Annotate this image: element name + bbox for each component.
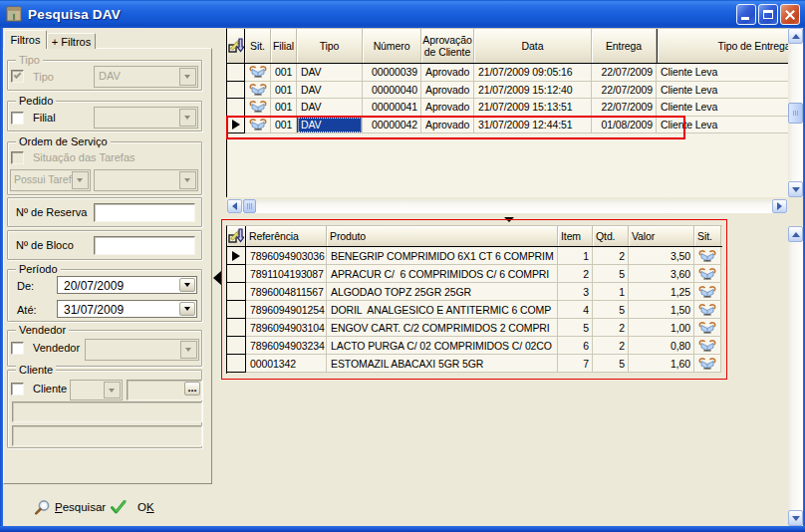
items-grid-cell-indicator-4[interactable]: [227, 319, 246, 337]
items-grid-cell-indicator-1[interactable]: [227, 265, 246, 283]
situacao-tarefas-checkbox[interactable]: [11, 151, 24, 164]
tipo-combo[interactable]: DAV: [94, 66, 198, 88]
bloco-input[interactable]: [94, 236, 195, 255]
items-grid-cell-produto-4[interactable]: ENGOV CART. C/2 COMPRIMIDOS 2 COMPRI: [327, 319, 558, 337]
items-grid-cell-sit-2[interactable]: [694, 283, 721, 301]
items-grid-cell-sit-1[interactable]: [694, 265, 721, 283]
orders-grid-cell-tipo-0[interactable]: DAV: [297, 64, 363, 82]
items-grid-cell-valor-2[interactable]: 1,25: [629, 283, 694, 301]
items-grid-cell-item-2[interactable]: 3: [558, 283, 593, 301]
tab-mais-filtros[interactable]: + Filtros: [47, 33, 96, 49]
orders-grid-header-numero[interactable]: Número: [363, 29, 421, 63]
orders-grid-cell-numero-1[interactable]: 00000040: [363, 82, 421, 100]
orders-grid-header-tipo_entrega[interactable]: Tipo de Entrega: [657, 29, 788, 63]
periodo-ate-dropdown-button[interactable]: [179, 302, 195, 316]
orders-vscroll-up-button[interactable]: [788, 28, 803, 44]
orders-vscroll-thumb[interactable]: [788, 103, 803, 124]
items-grid-cell-item-1[interactable]: 2: [558, 265, 593, 283]
orders-hscroll-left-button[interactable]: [227, 199, 242, 213]
items-grid-cell-sit-6[interactable]: [694, 355, 721, 373]
items-grid-cell-item-5[interactable]: 6: [558, 337, 593, 355]
vendedor-combo[interactable]: [85, 339, 199, 361]
items-grid-cell-valor-1[interactable]: 3,60: [629, 265, 694, 283]
situacao-combo-dropdown-button[interactable]: [179, 171, 196, 189]
items-grid-cell-item-0[interactable]: 1: [558, 247, 593, 265]
orders-grid-header-tipo[interactable]: Tipo: [297, 29, 363, 63]
close-button[interactable]: [780, 4, 800, 25]
items-grid-cell-produto-6[interactable]: ESTOMAZIL ABACAXI 5GR 5GR: [327, 355, 558, 373]
items-grid-cell-sit-4[interactable]: [694, 319, 721, 337]
cliente-nome-field[interactable]: [12, 401, 202, 422]
orders-grid-cell-sit-2[interactable]: [245, 99, 271, 117]
tipo-checkbox[interactable]: [11, 70, 24, 83]
items-grid-header-qtd[interactable]: Qtd.: [593, 226, 629, 246]
items-grid-cell-item-4[interactable]: 5: [558, 319, 593, 337]
orders-grid-header-entrega[interactable]: Entrega: [592, 29, 657, 63]
orders-hscroll-right-button[interactable]: [772, 199, 787, 213]
orders-grid-cell-entrega-0[interactable]: 22/07/2009: [592, 64, 657, 82]
orders-grid-cell-tipo_entrega-0[interactable]: Cliente Leva: [657, 64, 788, 82]
panel-splitter-collapse-icon[interactable]: [213, 271, 221, 285]
situacao-combo[interactable]: [94, 169, 198, 191]
items-grid-cell-qtd-3[interactable]: 5: [593, 301, 629, 319]
items-grid-cell-referencia-0[interactable]: 7896094903036: [246, 247, 327, 265]
items-grid-cell-produto-3[interactable]: DORIL ANALGESICO E ANTITERMIC 6 COMP: [327, 301, 558, 319]
items-grid-cell-referencia-5[interactable]: 7896094903234: [246, 337, 327, 355]
grid-splitter-collapse-icon[interactable]: [504, 217, 514, 222]
items-grid-cell-item-6[interactable]: 7: [558, 355, 593, 373]
items-grid-cell-produto-0[interactable]: BENEGRIP COMPRIMIDO 6X1 CT 6 COMPRIM: [327, 247, 558, 265]
reserva-input[interactable]: [94, 203, 195, 222]
items-grid-cell-valor-5[interactable]: 0,80: [629, 337, 694, 355]
orders-grid-cell-entrega-1[interactable]: 22/07/2009: [592, 82, 657, 100]
items-grid-row-4[interactable]: 7896094903104ENGOV CART. C/2 COMPRIMIDOS…: [227, 319, 722, 337]
filial-checkbox[interactable]: [11, 112, 24, 125]
items-grid-cell-indicator-0[interactable]: [227, 247, 246, 265]
orders-grid-header-aprovacao[interactable]: Aprovação de Cliente: [421, 29, 474, 63]
minimize-button[interactable]: [736, 4, 756, 25]
items-grid-cell-sit-0[interactable]: [694, 247, 721, 265]
items-grid-cell-qtd-6[interactable]: 5: [593, 355, 629, 373]
orders-grid-cell-numero-2[interactable]: 00000041: [363, 99, 421, 117]
possui-tarefas-combo[interactable]: Possui Taref: [10, 169, 91, 191]
items-grid-cell-indicator-2[interactable]: [227, 283, 246, 301]
orders-grid-cell-entrega-2[interactable]: 22/07/2009: [592, 99, 657, 117]
maximize-button[interactable]: [758, 4, 778, 25]
orders-grid-cell-numero-0[interactable]: 00000039: [363, 64, 421, 82]
items-grid-cell-item-3[interactable]: 4: [558, 301, 593, 319]
orders-grid-cell-data-1[interactable]: 21/07/2009 15:12:40: [474, 82, 592, 100]
orders-grid-row-1[interactable]: 001DAV00000040Aprovado21/07/2009 15:12:4…: [227, 82, 788, 100]
orders-grid-cell-indicator-1[interactable]: [227, 82, 245, 100]
items-grid-cell-sit-3[interactable]: [694, 301, 721, 319]
periodo-de-dropdown-button[interactable]: [179, 278, 195, 292]
vendedor-combo-dropdown-button[interactable]: [180, 341, 197, 359]
orders-grid-cell-tipo_entrega-2[interactable]: Cliente Leva: [657, 99, 788, 117]
orders-grid-cell-aprovacao-1[interactable]: Aprovado: [421, 82, 474, 100]
cliente-checkbox[interactable]: [11, 383, 24, 396]
filial-combo-dropdown-button[interactable]: [179, 109, 196, 127]
orders-hscrollbar[interactable]: [227, 199, 787, 213]
ok-button[interactable]: OK: [110, 497, 154, 517]
items-grid-cell-valor-3[interactable]: 1,50: [629, 301, 694, 319]
items-grid-header-sit[interactable]: Sit.: [694, 226, 721, 246]
orders-grid-header-filial[interactable]: Filial: [271, 29, 297, 63]
orders-grid-cell-indicator-3[interactable]: [227, 117, 245, 134]
periodo-ate-input[interactable]: 31/07/2009: [57, 300, 197, 318]
orders-hscroll-thumb[interactable]: [243, 199, 256, 213]
items-grid-cell-produto-1[interactable]: APRACUR C/ 6 COMPRIMIDOS C/ 6 COMPRI: [327, 265, 558, 283]
vendedor-checkbox[interactable]: [11, 342, 24, 355]
orders-grid-cell-entrega-3[interactable]: 01/08/2009: [592, 117, 657, 134]
items-grid-row-6[interactable]: 00001342ESTOMAZIL ABACAXI 5GR 5GR751,60: [227, 355, 722, 373]
orders-grid-header-sit[interactable]: Sit.: [245, 29, 271, 63]
items-grid-cell-valor-0[interactable]: 3,50: [629, 247, 694, 265]
items-grid-row-0[interactable]: 7896094903036BENEGRIP COMPRIMIDO 6X1 CT …: [227, 247, 722, 265]
orders-grid-cell-data-3[interactable]: 31/07/2009 12:44:51: [474, 117, 592, 134]
cliente-tipo-combo-dropdown-button[interactable]: [104, 382, 121, 399]
items-grid-header-indicator[interactable]: [227, 226, 246, 246]
items-grid-cell-produto-2[interactable]: ALGODAO TOPZ 25GR 25GR: [327, 283, 558, 301]
items-grid-cell-valor-4[interactable]: 1,00: [629, 319, 694, 337]
items-grid-row-2[interactable]: 7896004811567ALGODAO TOPZ 25GR 25GR311,2…: [227, 283, 722, 301]
orders-vscrollbar[interactable]: [788, 28, 803, 197]
orders-grid-row-3[interactable]: 001DAV00000042Aprovado31/07/2009 12:44:5…: [227, 117, 788, 134]
pesquisar-button[interactable]: Pesquisar: [34, 497, 106, 517]
orders-grid-row-0[interactable]: 001DAV00000039Aprovado21/07/2009 09:05:1…: [227, 64, 788, 82]
